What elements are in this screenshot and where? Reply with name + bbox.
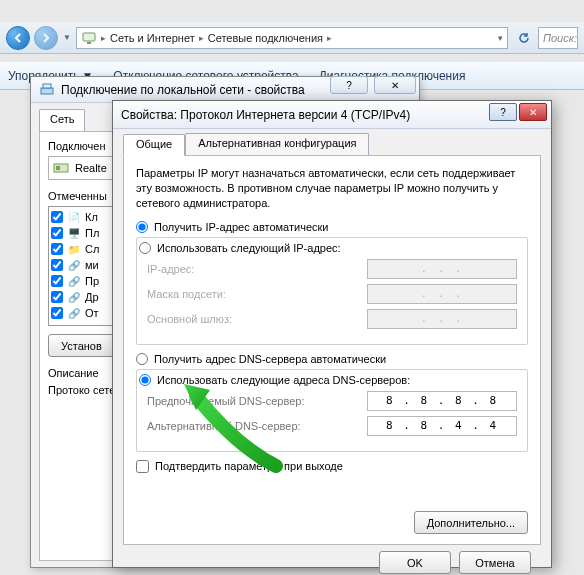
responder-icon: 🔗: [67, 306, 81, 320]
dns-manual-label: Использовать следующие адреса DNS-сервер…: [157, 374, 410, 386]
ip-manual-label: Использовать следующий IP-адрес:: [157, 242, 341, 254]
refresh-button[interactable]: [514, 28, 534, 48]
explorer-nav-bar: ▼ ▸ Сеть и Интернет ▸ Сетевые подключени…: [0, 22, 584, 54]
checkbox[interactable]: [51, 243, 63, 255]
ip-address-label: IP-адрес:: [147, 263, 367, 275]
svg-rect-5: [56, 166, 60, 170]
close-button[interactable]: ✕: [374, 76, 416, 94]
checkbox[interactable]: [51, 259, 63, 271]
subnet-mask-input: . . .: [367, 284, 517, 304]
svg-rect-3: [43, 84, 51, 88]
dns-manual-radio-row[interactable]: Использовать следующие адреса DNS-сервер…: [139, 374, 517, 386]
install-button[interactable]: Установ: [48, 334, 115, 357]
checkbox[interactable]: [51, 291, 63, 303]
subnet-mask-label: Маска подсети:: [147, 288, 367, 300]
dns-auto-radio[interactable]: [136, 353, 148, 365]
ip-auto-radio[interactable]: [136, 221, 148, 233]
service-icon: 📁: [67, 242, 81, 256]
dialog-title: Свойства: Протокол Интернета версии 4 (T…: [121, 108, 410, 122]
ip-address-input: . . .: [367, 259, 517, 279]
checkbox[interactable]: [51, 307, 63, 319]
breadcrumb-item[interactable]: Сеть и Интернет: [110, 32, 195, 44]
chevron-right-icon: ▸: [327, 33, 332, 43]
nic-icon: [53, 160, 69, 176]
breadcrumb[interactable]: ▸ Сеть и Интернет ▸ Сетевые подключения …: [76, 27, 508, 49]
close-button[interactable]: ✕: [519, 103, 547, 121]
tab-alternate-config[interactable]: Альтернативная конфигурация: [185, 133, 369, 155]
help-button[interactable]: ?: [330, 76, 368, 94]
gateway-label: Основной шлюз:: [147, 313, 367, 325]
dialog-footer: OK Отмена: [123, 545, 541, 574]
arrow-right-icon: [41, 33, 51, 43]
nav-forward-button[interactable]: [34, 26, 58, 50]
search-input[interactable]: Поиск:: [538, 27, 578, 49]
dns-preferred-input[interactable]: 8 . 8 . 8 . 8: [367, 391, 517, 411]
confirm-on-exit-label: Подтвердить параметры при выходе: [155, 460, 343, 472]
breadcrumb-dropdown[interactable]: ▾: [498, 33, 503, 43]
chevron-right-icon: ▸: [101, 33, 106, 43]
svg-rect-0: [83, 33, 95, 41]
gateway-input: . . .: [367, 309, 517, 329]
dns-preferred-label: Предпочитаемый DNS-сервер:: [147, 395, 367, 407]
tab-network[interactable]: Сеть: [39, 109, 85, 131]
tab-strip: Общие Альтернативная конфигурация: [123, 133, 541, 155]
arrow-left-icon: [13, 33, 23, 43]
dialog-title: Подключение по локальной сети - свойства: [61, 83, 305, 97]
tab-general[interactable]: Общие: [123, 134, 185, 156]
help-button[interactable]: ?: [489, 103, 517, 121]
adapter-name: Realte: [75, 162, 107, 174]
nav-back-button[interactable]: [6, 26, 30, 50]
checkbox[interactable]: [51, 211, 63, 223]
dialog-titlebar[interactable]: Свойства: Протокол Интернета версии 4 (T…: [113, 101, 551, 129]
breadcrumb-item[interactable]: Сетевые подключения: [208, 32, 323, 44]
network-icon: [81, 30, 97, 46]
ip-auto-radio-row[interactable]: Получить IP-адрес автоматически: [136, 221, 528, 233]
dns-alternate-label: Альтернативный DNS-сервер:: [147, 420, 367, 432]
dns-auto-radio-row[interactable]: Получить адрес DNS-сервера автоматически: [136, 353, 528, 365]
network-adapter-icon: [39, 82, 55, 98]
refresh-icon: [517, 31, 531, 45]
scheduler-icon: 🖥️: [67, 226, 81, 240]
intro-text: Параметры IP могут назначаться автоматич…: [136, 166, 528, 211]
svg-rect-2: [41, 88, 53, 94]
dns-alternate-input[interactable]: 8 . 8 . 4 . 4: [367, 416, 517, 436]
ip-auto-label: Получить IP-адрес автоматически: [154, 221, 328, 233]
client-icon: 📄: [67, 210, 81, 224]
chevron-right-icon: ▸: [199, 33, 204, 43]
dns-manual-radio[interactable]: [139, 374, 151, 386]
cancel-button[interactable]: Отмена: [459, 551, 531, 574]
nav-history-dropdown[interactable]: ▼: [62, 29, 72, 47]
dns-auto-label: Получить адрес DNS-сервера автоматически: [154, 353, 386, 365]
ip-manual-group: Использовать следующий IP-адрес: IP-адре…: [136, 237, 528, 345]
driver-icon: 🔗: [67, 290, 81, 304]
advanced-button[interactable]: Дополнительно...: [414, 511, 528, 534]
protocol-icon: 🔗: [67, 258, 81, 272]
protocol-icon: 🔗: [67, 274, 81, 288]
svg-rect-1: [87, 42, 91, 44]
ipv4-properties-dialog: Свойства: Протокол Интернета версии 4 (T…: [112, 100, 552, 568]
checkbox[interactable]: [51, 275, 63, 287]
ip-manual-radio-row[interactable]: Использовать следующий IP-адрес:: [139, 242, 517, 254]
checkbox[interactable]: [51, 227, 63, 239]
ok-button[interactable]: OK: [379, 551, 451, 574]
confirm-on-exit-row[interactable]: Подтвердить параметры при выходе: [136, 460, 528, 473]
confirm-on-exit-checkbox[interactable]: [136, 460, 149, 473]
dns-manual-group: Использовать следующие адреса DNS-сервер…: [136, 369, 528, 452]
ip-manual-radio[interactable]: [139, 242, 151, 254]
